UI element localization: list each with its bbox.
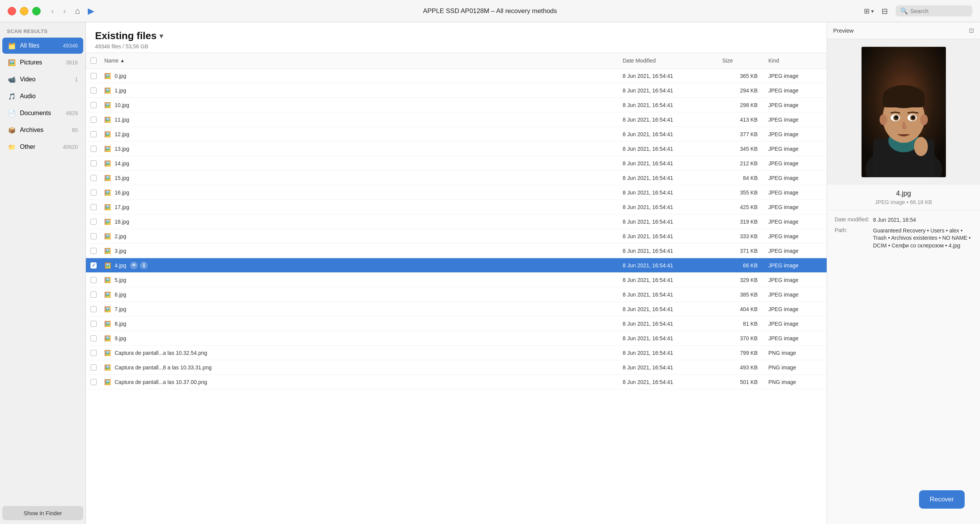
- row-checkbox[interactable]: [90, 292, 97, 298]
- row-checkbox-cell[interactable]: [86, 188, 101, 197]
- table-row[interactable]: 🖼️ 3.jpg 8 Jun 2021, 16:54:41 371 KB JPE…: [86, 244, 827, 258]
- row-checkbox-cell[interactable]: [86, 348, 101, 358]
- nav-arrows: ‹ ›: [48, 5, 69, 17]
- close-button[interactable]: [8, 7, 16, 15]
- table-row[interactable]: 🖼️ 17.jpg 8 Jun 2021, 16:54:41 425 KB JP…: [86, 200, 827, 214]
- table-row[interactable]: 🖼️ 9.jpg 8 Jun 2021, 16:54:41 370 KB JPE…: [86, 331, 827, 346]
- row-checkbox[interactable]: [90, 117, 97, 123]
- row-checkbox-cell[interactable]: [86, 290, 101, 299]
- row-checkbox-cell[interactable]: [86, 377, 101, 387]
- row-checkbox[interactable]: [90, 379, 97, 385]
- table-row[interactable]: 🖼️ 16.jpg 8 Jun 2021, 16:54:41 355 KB JP…: [86, 185, 827, 200]
- table-row[interactable]: 🖼️ 14.jpg 8 Jun 2021, 16:54:41 212 KB JP…: [86, 156, 827, 171]
- header-date[interactable]: Date Modified: [620, 56, 719, 65]
- row-checkbox[interactable]: [90, 131, 97, 137]
- expand-icon[interactable]: ⊡: [969, 27, 974, 34]
- sidebar-item-other[interactable]: 📁 Other 40620: [2, 139, 83, 155]
- row-checkbox[interactable]: [90, 248, 97, 254]
- sidebar-item-pictures[interactable]: 🖼️ Pictures 3816: [2, 54, 83, 71]
- row-checkbox[interactable]: [90, 189, 97, 196]
- recover-button[interactable]: Recover: [919, 490, 965, 509]
- table-row[interactable]: 🖼️ 0.jpg 8 Jun 2021, 16:54:41 365 KB JPE…: [86, 69, 827, 83]
- table-row[interactable]: ✓ 🖼️ 4.jpg 👁 ℹ 8 Jun 2021, 16:54:41 66 K…: [86, 258, 827, 273]
- row-checkbox-cell[interactable]: [86, 101, 101, 110]
- row-checkbox[interactable]: [90, 364, 97, 371]
- row-checkbox[interactable]: ✓: [90, 262, 97, 269]
- row-checkbox[interactable]: [90, 350, 97, 356]
- table-row[interactable]: 🖼️ 10.jpg 8 Jun 2021, 16:54:41 298 KB JP…: [86, 98, 827, 112]
- table-row[interactable]: 🖼️ 13.jpg 8 Jun 2021, 16:54:41 345 KB JP…: [86, 142, 827, 156]
- row-checkbox-cell[interactable]: [86, 305, 101, 314]
- file-table[interactable]: Name ▲ Date Modified Size Kind 🖼️ 0.jpg …: [86, 53, 827, 524]
- row-checkbox-cell[interactable]: [86, 203, 101, 212]
- row-checkbox-cell[interactable]: [86, 115, 101, 124]
- row-checkbox-cell[interactable]: [86, 319, 101, 328]
- play-button[interactable]: ▶: [88, 6, 94, 16]
- table-row[interactable]: 🖼️ 1.jpg 8 Jun 2021, 16:54:41 294 KB JPE…: [86, 83, 827, 98]
- table-row[interactable]: 🖼️ Captura de pantall...a las 10.32.54.p…: [86, 346, 827, 360]
- row-checkbox[interactable]: [90, 321, 97, 327]
- row-checkbox-cell[interactable]: ✓: [86, 261, 101, 270]
- table-row[interactable]: 🖼️ 6.jpg 8 Jun 2021, 16:54:41 385 KB JPE…: [86, 287, 827, 302]
- row-checkbox[interactable]: [90, 146, 97, 152]
- eye-icon[interactable]: 👁: [130, 262, 138, 269]
- header-name[interactable]: Name ▲: [101, 56, 620, 65]
- table-row[interactable]: 🖼️ 7.jpg 8 Jun 2021, 16:54:41 404 KB JPE…: [86, 302, 827, 316]
- table-row[interactable]: 🖼️ 8.jpg 8 Jun 2021, 16:54:41 81 KB JPEG…: [86, 316, 827, 331]
- row-checkbox-cell[interactable]: [86, 334, 101, 343]
- table-row[interactable]: 🖼️ 12.jpg 8 Jun 2021, 16:54:41 377 KB JP…: [86, 127, 827, 142]
- header-size[interactable]: Size: [719, 56, 765, 65]
- show-in-finder-button[interactable]: Show in Finder: [2, 506, 83, 520]
- row-checkbox-cell[interactable]: [86, 217, 101, 226]
- row-checkbox[interactable]: [90, 160, 97, 166]
- row-checkbox-cell[interactable]: [86, 246, 101, 255]
- row-checkbox[interactable]: [90, 277, 97, 283]
- search-input[interactable]: [910, 8, 964, 14]
- row-checkbox-cell[interactable]: [86, 275, 101, 285]
- info-icon[interactable]: ℹ: [140, 262, 148, 269]
- filter-icon[interactable]: ⊟: [881, 7, 888, 16]
- row-checkbox[interactable]: [90, 219, 97, 225]
- row-checkbox[interactable]: [90, 102, 97, 108]
- row-checkbox[interactable]: [90, 233, 97, 239]
- table-row[interactable]: 🖼️ 2.jpg 8 Jun 2021, 16:54:41 333 KB JPE…: [86, 229, 827, 244]
- preview-meta: JPEG image • 66.18 KB: [827, 199, 980, 210]
- row-checkbox-cell[interactable]: [86, 232, 101, 241]
- back-arrow[interactable]: ‹: [48, 5, 57, 17]
- row-checkbox-cell[interactable]: [86, 86, 101, 95]
- sidebar-item-audio[interactable]: 🎵 Audio: [2, 88, 83, 104]
- row-checkbox[interactable]: [90, 204, 97, 210]
- sidebar-item-documents[interactable]: 📄 Documents 4829: [2, 105, 83, 121]
- header-kind[interactable]: Kind: [765, 56, 827, 65]
- sidebar-item-archives[interactable]: 📦 Archives 80: [2, 122, 83, 138]
- row-checkbox-cell[interactable]: [86, 159, 101, 168]
- select-all-checkbox[interactable]: [90, 58, 97, 64]
- row-checkbox-cell[interactable]: [86, 71, 101, 81]
- row-checkbox-cell[interactable]: [86, 130, 101, 139]
- sidebar-item-video[interactable]: 📹 Video 1: [2, 71, 83, 87]
- minimize-button[interactable]: [20, 7, 28, 15]
- row-checkbox-cell[interactable]: [86, 144, 101, 153]
- table-row[interactable]: 🖼️ Captura de pantall...a las 10.37.00.p…: [86, 375, 827, 389]
- table-row[interactable]: 🖼️ 5.jpg 8 Jun 2021, 16:54:41 329 KB JPE…: [86, 273, 827, 287]
- table-row[interactable]: 🖼️ Captura de pantall...8 a las 10.33.31…: [86, 360, 827, 375]
- row-checkbox-cell[interactable]: [86, 363, 101, 372]
- row-checkbox[interactable]: [90, 306, 97, 312]
- sidebar-item-all-files[interactable]: 🗂️ All files 49346: [2, 38, 83, 54]
- header-checkbox[interactable]: [86, 56, 101, 65]
- table-row[interactable]: 🖼️ 15.jpg 8 Jun 2021, 16:54:41 84 KB JPE…: [86, 171, 827, 185]
- row-checkbox[interactable]: [90, 335, 97, 341]
- row-checkbox[interactable]: [90, 175, 97, 181]
- search-box[interactable]: 🔍: [896, 5, 972, 16]
- maximize-button[interactable]: [32, 7, 41, 15]
- row-checkbox[interactable]: [90, 87, 97, 94]
- table-row[interactable]: 🖼️ 18.jpg 8 Jun 2021, 16:54:41 319 KB JP…: [86, 214, 827, 229]
- chevron-down-icon[interactable]: ▾: [159, 32, 163, 40]
- row-checkbox[interactable]: [90, 73, 97, 79]
- home-button[interactable]: ⌂: [75, 6, 80, 16]
- view-toggle[interactable]: ⊞ ▾: [864, 7, 874, 15]
- forward-arrow[interactable]: ›: [60, 5, 69, 17]
- table-row[interactable]: 🖼️ 11.jpg 8 Jun 2021, 16:54:41 413 KB JP…: [86, 112, 827, 127]
- row-checkbox-cell[interactable]: [86, 173, 101, 183]
- window-title: APPLE SSD AP0128M – All recovery methods: [423, 7, 557, 15]
